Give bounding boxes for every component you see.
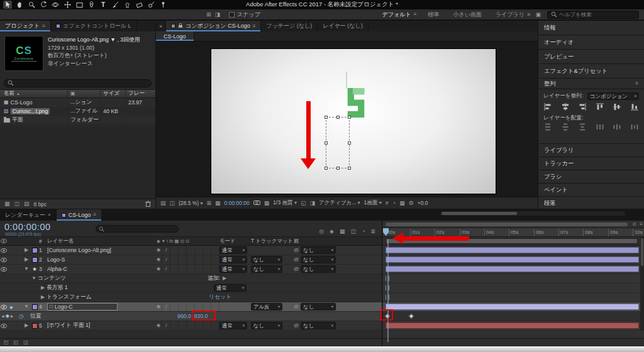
timeline-options-icon[interactable]: ⊙ xyxy=(632,222,636,227)
column-mode[interactable]: モード xyxy=(219,238,251,245)
align-center-vertical-icon[interactable] xyxy=(613,103,621,112)
viewport[interactable] xyxy=(156,41,538,197)
column-parent[interactable]: 親 xyxy=(294,238,382,245)
distribute-horizontal-center-icon[interactable] xyxy=(613,123,621,132)
parent-dropdown[interactable]: なし▾ xyxy=(301,265,336,273)
expand-layer-switches-icon[interactable]: ◰ xyxy=(4,340,9,345)
safe-guides-icon[interactable]: ⊞ xyxy=(207,201,212,206)
pen-tool-icon[interactable] xyxy=(87,1,96,9)
label-color-chip[interactable] xyxy=(32,323,38,329)
layer-switches[interactable]: ◈/ xyxy=(154,246,219,255)
parent-dropdown[interactable]: なし▾ xyxy=(301,303,336,311)
workspace-overflow-icon[interactable]: » xyxy=(527,11,531,18)
parent-dropdown[interactable]: なし▾ xyxy=(301,246,336,254)
expand-icon[interactable]: ▶ xyxy=(39,285,47,290)
track-layer-1[interactable] xyxy=(383,246,644,255)
keyframe-navigator[interactable]: ◀ ◆ ▶ xyxy=(1,314,13,319)
puppet-pin-tool-icon[interactable] xyxy=(158,1,167,9)
column-type[interactable]: ▣ xyxy=(68,90,101,97)
mask-options-icon[interactable]: ◨ xyxy=(215,12,221,18)
scroll-handle[interactable] xyxy=(441,212,517,215)
layer-duration-bar[interactable] xyxy=(386,256,639,263)
layer-name[interactable]: [ホワイト 平面 1] xyxy=(47,322,154,329)
ocr-badge-icon[interactable]: ▣ xyxy=(535,12,541,18)
selection-handle[interactable] xyxy=(336,116,340,119)
panel-header-align[interactable]: 整列 ≡ xyxy=(538,79,644,89)
column-frame[interactable]: フレー xyxy=(126,90,151,97)
project-bit-depth[interactable]: 8 bpc xyxy=(34,201,47,207)
fast-preview-icon[interactable]: ◔ xyxy=(392,201,396,206)
brush-tool-icon[interactable] xyxy=(111,1,119,9)
tab-effect-controls[interactable]: エフェクトコントロール L xyxy=(51,21,137,31)
layer-selection-box[interactable] xyxy=(326,117,350,168)
comp-view-tab[interactable]: CS-Logo xyxy=(156,31,194,41)
parent-pickwhip-icon[interactable]: @ xyxy=(294,248,299,253)
next-keyframe-icon[interactable]: ▶ xyxy=(11,314,14,318)
workspace-tab-default[interactable]: デフォルト xyxy=(380,11,414,19)
workspace-tab-small-screen[interactable]: 小さい画面 xyxy=(450,11,484,19)
position-x-value[interactable]: 960.0 xyxy=(177,313,191,319)
parent-dropdown[interactable]: なし▾ xyxy=(301,256,336,263)
visibility-eye-icon[interactable] xyxy=(0,305,8,309)
selection-tool-icon[interactable] xyxy=(3,1,12,9)
column-layer-name[interactable]: レイヤー名 xyxy=(47,238,154,245)
label-color-chip[interactable] xyxy=(32,248,38,253)
project-row-comp[interactable]: ▦CS-Logo ...ション 23.97 xyxy=(0,98,155,107)
blend-mode-dropdown[interactable]: 通常▾ xyxy=(219,246,247,254)
collapse-icon[interactable]: ▼ xyxy=(23,267,30,272)
help-search-field[interactable] xyxy=(547,11,639,19)
layer-name[interactable]: [Curioscene Logo-Alt.png] xyxy=(47,247,154,253)
keyframe-indicator-icon[interactable]: ◆ xyxy=(8,305,15,309)
timeline-jump-icon[interactable]: ▦ xyxy=(399,201,405,206)
camera-tool-icon[interactable] xyxy=(51,1,60,9)
panel-menu-icon[interactable]: ≡ xyxy=(42,24,45,29)
add-keyframe-icon[interactable]: ◆ xyxy=(6,314,9,319)
project-row-folder[interactable]: 平面 フォルダー xyxy=(0,116,155,124)
group-row-contents[interactable]: ▼ コンテンツ 追加:▶ xyxy=(0,274,382,283)
snap-checkbox[interactable] xyxy=(229,12,235,18)
workspace-menu-icon[interactable]: ≡ xyxy=(414,12,417,17)
zoom-tool-icon[interactable] xyxy=(27,1,36,9)
layer-switches[interactable]: ◈/ xyxy=(154,302,219,311)
align-left-icon[interactable] xyxy=(544,103,552,112)
visibility-eye-icon[interactable] xyxy=(0,267,8,272)
align-bottom-icon[interactable] xyxy=(631,103,638,112)
expand-icon[interactable]: ▶ xyxy=(23,257,30,262)
workspace-tab-standard[interactable]: 標準 xyxy=(425,11,441,19)
blend-mode-dropdown[interactable]: 通常▾ xyxy=(219,322,247,329)
lock-icon[interactable] xyxy=(178,23,183,30)
composition-stage[interactable] xyxy=(211,49,496,194)
close-tab-icon[interactable]: × xyxy=(48,212,51,217)
eraser-tool-icon[interactable] xyxy=(135,1,143,9)
align-target-dropdown[interactable]: コンポジション▾ xyxy=(587,92,639,100)
column-name[interactable]: 名前▲ xyxy=(0,90,68,97)
expand-icon[interactable]: ▶ xyxy=(23,323,30,328)
draft-3d-icon[interactable]: ◈ xyxy=(330,229,334,234)
layer-switches[interactable]: ◈/ xyxy=(154,321,219,330)
zoom-level-dropdown[interactable]: (28.5 %) ▾ xyxy=(179,200,203,206)
resolution-dropdown[interactable]: 1/3 画質 ▾ xyxy=(273,199,297,207)
viewer-timecode[interactable]: 0:00:00:00 xyxy=(225,200,250,206)
layer-duration-bar[interactable] xyxy=(386,266,639,272)
expand-inout-columns-icon[interactable]: ◲ xyxy=(23,340,28,345)
layer-duration-bar[interactable] xyxy=(386,247,639,253)
show-snapshot-icon[interactable]: ▦ xyxy=(264,201,270,206)
label-color-chip[interactable] xyxy=(32,304,38,310)
timeline-horizontal-scrollbar[interactable] xyxy=(440,211,625,216)
group-row-transform[interactable]: ▶ トランスフォーム リセット xyxy=(0,293,382,302)
comp-mini-flowchart-icon[interactable]: ◎ xyxy=(319,229,324,234)
tab-render-queue[interactable]: レンダーキュー× xyxy=(0,209,57,221)
track-layer-2[interactable] xyxy=(383,255,644,265)
help-search-input[interactable] xyxy=(559,11,635,18)
interpret-footage-icon[interactable]: ▦ xyxy=(4,201,10,207)
distribute-left-icon[interactable] xyxy=(596,123,604,132)
timeline-vertical-scrollbar[interactable] xyxy=(640,237,644,331)
clone-stamp-tool-icon[interactable] xyxy=(123,1,131,9)
track-matte-dropdown[interactable]: なし▾ xyxy=(251,265,282,273)
view-layout-dropdown[interactable]: 1画面 ▾ xyxy=(364,199,382,207)
panel-header-effects-presets[interactable]: エフェクト&プリセット xyxy=(538,64,644,79)
collapse-icon[interactable]: ▼ xyxy=(30,276,38,281)
exposure-value[interactable]: +0.0 xyxy=(418,200,428,206)
column-switches[interactable]: ◈ ✦ \ fx ▦ ◎ ⊙ xyxy=(154,237,219,245)
new-folder-icon[interactable]: ◫ xyxy=(14,201,20,207)
